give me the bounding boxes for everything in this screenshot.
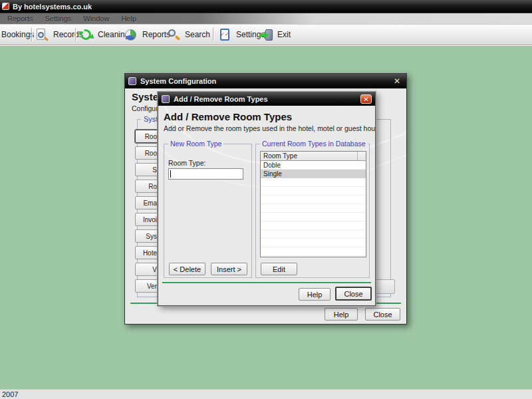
insert-button[interactable]: Insert > bbox=[211, 263, 247, 275]
toolbar: Bookings Records Cleaning Reports bbox=[0, 25, 532, 45]
list-item[interactable]: Single bbox=[261, 170, 366, 178]
search-icon bbox=[167, 29, 180, 41]
close-icon[interactable]: ✕ bbox=[391, 76, 403, 86]
room-type-input[interactable] bbox=[168, 168, 243, 180]
reports-label: Reports bbox=[142, 30, 170, 39]
dialog-icon bbox=[128, 77, 136, 85]
exit-label: Exit bbox=[277, 30, 291, 39]
room-types-close-button[interactable]: Close bbox=[335, 287, 372, 301]
list-item[interactable]: Doble bbox=[261, 161, 366, 170]
search-label: Search bbox=[185, 30, 210, 39]
window-titlebar[interactable]: By hotelsystems.co.uk bbox=[0, 0, 532, 13]
dialog-icon bbox=[162, 95, 170, 103]
system-configuration-title: System Configuration bbox=[140, 77, 216, 85]
exit-door-icon bbox=[259, 29, 273, 41]
status-bar: 2007 bbox=[0, 389, 532, 399]
current-room-types-label: Current Room Types in Database bbox=[260, 140, 368, 148]
window-title: By hotelsystems.co.uk bbox=[13, 3, 92, 11]
list-header[interactable]: Room Type bbox=[261, 152, 366, 161]
menu-window[interactable]: Window bbox=[77, 14, 115, 23]
room-type-field-label: Room Type: bbox=[168, 159, 205, 167]
edit-button[interactable]: Edit bbox=[261, 263, 297, 275]
room-types-heading: Add / Remove Room Types bbox=[164, 111, 292, 122]
config-help-button[interactable]: Help bbox=[325, 308, 358, 321]
new-room-type-group: New Room Type Room Type: < Delete Insert… bbox=[164, 144, 252, 278]
new-room-type-label: New Room Type bbox=[168, 140, 223, 148]
system-configuration-titlebar[interactable]: System Configuration ✕ bbox=[125, 74, 406, 88]
cleaning-button[interactable]: Cleaning bbox=[80, 25, 129, 45]
application-window: By hotelsystems.co.uk Reports Settings W… bbox=[0, 0, 532, 399]
room-types-titlebar[interactable]: Add / Remove Room Types ✕ bbox=[158, 92, 375, 106]
settings-button[interactable]: ✓✓ Settings bbox=[218, 25, 265, 45]
toolbar-separator bbox=[213, 28, 213, 41]
column-header-room-type[interactable]: Room Type bbox=[261, 152, 358, 160]
room-types-body: Add / Remove Room Types Add or Remove th… bbox=[158, 106, 375, 305]
room-types-title: Add / Remove Room Types bbox=[174, 95, 268, 103]
toolbar-separator bbox=[75, 28, 76, 41]
bookings-label: Bookings bbox=[1, 30, 34, 39]
app-icon bbox=[2, 3, 9, 10]
settings-checklist-icon: ✓✓ bbox=[218, 29, 231, 41]
config-close-button[interactable]: Close bbox=[365, 308, 400, 321]
room-types-list[interactable]: Room Type DobleSingle bbox=[260, 151, 366, 257]
list-rows: DobleSingle bbox=[261, 161, 366, 257]
pie-chart-icon bbox=[124, 29, 138, 41]
records-icon bbox=[35, 29, 49, 41]
obscured-button[interactable] bbox=[374, 279, 395, 294]
menu-bar: Reports Settings Window Help bbox=[0, 13, 532, 25]
menu-help[interactable]: Help bbox=[115, 14, 142, 23]
exit-button[interactable]: Exit bbox=[259, 25, 291, 45]
reports-button[interactable]: Reports bbox=[124, 25, 170, 45]
close-icon[interactable]: ✕ bbox=[360, 94, 372, 104]
text-caret bbox=[170, 170, 171, 178]
room-types-help-button[interactable]: Help bbox=[299, 288, 331, 301]
search-button[interactable]: Search bbox=[167, 25, 210, 45]
room-types-dialog: Add / Remove Room Types ✕ Add / Remove R… bbox=[158, 92, 376, 306]
column-header-extra bbox=[358, 152, 366, 160]
cleaning-icon bbox=[80, 29, 93, 41]
room-types-description: Add or Remove the room types used in the… bbox=[164, 124, 375, 132]
current-room-types-group: Current Room Types in Database Room Type… bbox=[255, 144, 370, 278]
toolbar-separator bbox=[31, 28, 32, 41]
menu-settings[interactable]: Settings bbox=[39, 14, 78, 23]
status-text: 2007 bbox=[0, 390, 18, 398]
separator-line bbox=[162, 282, 371, 283]
menu-reports[interactable]: Reports bbox=[1, 14, 39, 23]
delete-button[interactable]: < Delete bbox=[169, 263, 205, 275]
